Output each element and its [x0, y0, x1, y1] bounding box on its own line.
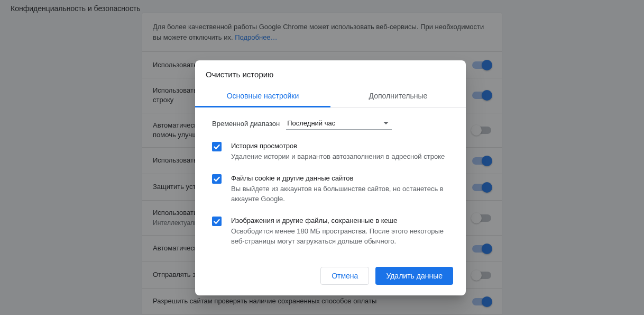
check-item-sub: Вы выйдете из аккаунтов на большинстве с…: [231, 184, 449, 204]
chevron-down-icon: [383, 122, 389, 124]
dialog-title: Очистить историю: [195, 60, 466, 85]
check-item-title: Файлы cookie и другие данные сайтов: [231, 174, 449, 183]
tab-basic[interactable]: Основные настройки: [195, 85, 330, 107]
check-item-sub: Удаление истории и вариантов автозаполне…: [231, 152, 445, 162]
time-range-select[interactable]: Последний час: [286, 117, 392, 130]
check-item-sub: Освободится менее 180 МБ пространства. П…: [231, 227, 449, 247]
tab-advanced[interactable]: Дополнительные: [330, 85, 466, 107]
checkbox-cookies[interactable]: [212, 174, 222, 184]
cancel-button[interactable]: Отмена: [320, 267, 369, 285]
clear-data-button[interactable]: Удалить данные: [375, 267, 453, 285]
checkbox-browsing-history[interactable]: [212, 142, 222, 151]
dialog-tabs: Основные настройки Дополнительные: [195, 85, 466, 107]
checkbox-cached-images[interactable]: [212, 217, 222, 226]
check-item-title: Изображения и другие файлы, сохраненные …: [231, 216, 449, 226]
time-range-label: Временной диапазон: [212, 120, 280, 128]
clear-browsing-data-dialog: Очистить историю Основные настройки Допо…: [195, 60, 466, 295]
time-range-value: Последний час: [287, 119, 335, 127]
check-item-title: История просмотров: [231, 141, 445, 151]
